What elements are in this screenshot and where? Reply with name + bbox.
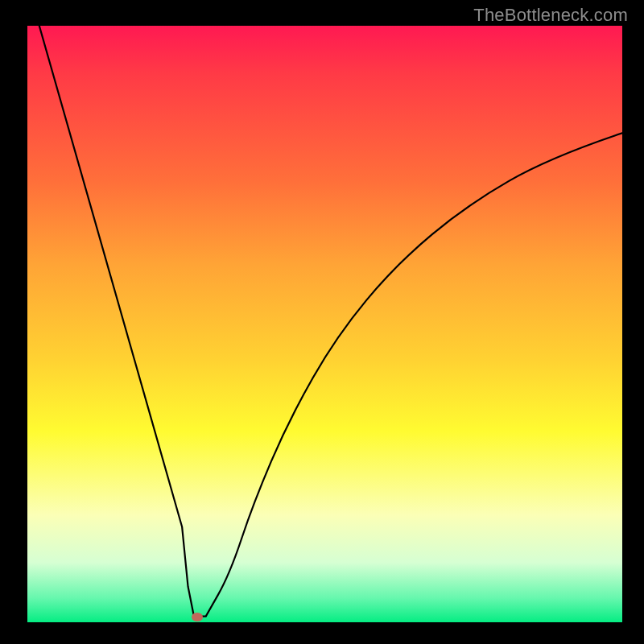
optimal-point-marker: [192, 613, 203, 621]
plot-area: [27, 26, 622, 622]
bottleneck-curve: [27, 26, 622, 622]
chart-frame: TheBottleneck.com: [0, 0, 644, 644]
watermark-text: TheBottleneck.com: [473, 5, 628, 26]
